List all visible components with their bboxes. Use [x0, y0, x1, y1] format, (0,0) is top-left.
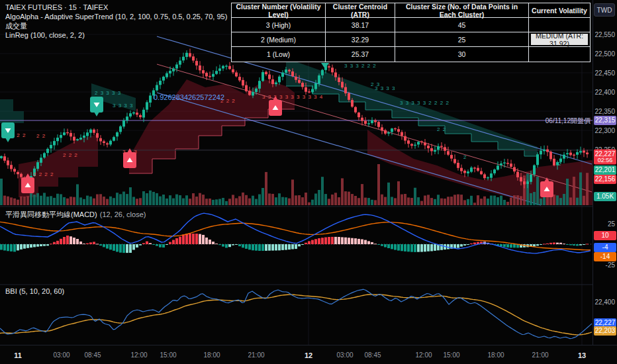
candle-body — [159, 81, 162, 85]
linreg-pearson-value: 0.9262834262572242 — [154, 93, 224, 101]
volume-bar — [129, 187, 132, 205]
macd-hist-bar — [179, 237, 181, 244]
macd-hist-bar — [122, 244, 125, 253]
candle-body — [142, 110, 145, 118]
macd-hist-bar — [199, 234, 201, 244]
macd-hist-bar — [394, 244, 397, 250]
candle-body — [79, 138, 82, 140]
candle-body — [185, 53, 188, 57]
macd-hist-bar — [209, 240, 211, 244]
table-row: 2 (Medium)32.2925MEDIUM (ATR: 31.92) — [232, 32, 590, 47]
candle-body — [540, 151, 542, 155]
candle-body — [470, 167, 473, 171]
macd-hist-bar — [202, 235, 205, 244]
candle-body — [384, 130, 387, 134]
volume-bar — [311, 200, 314, 205]
linreg-channel-line — [157, 93, 541, 205]
volume-bar — [520, 196, 522, 205]
candle-body — [331, 68, 334, 72]
candle-body — [536, 154, 539, 165]
legend-supertrend[interactable]: AlgoAlpha - Adaptive SuperTrend (10, 2, … — [5, 12, 227, 21]
candle-body — [467, 171, 469, 173]
macd-hist-bar — [314, 239, 317, 244]
volume-bar — [417, 197, 420, 205]
candle-body — [367, 123, 370, 124]
candle-body — [513, 167, 516, 172]
macd-hist-bar — [414, 244, 416, 252]
volume-bar — [573, 177, 575, 205]
volume-bar — [348, 192, 350, 205]
candle-body — [225, 66, 228, 66]
time-label: 18:00 — [203, 351, 220, 359]
macd-hist-bar — [559, 243, 562, 244]
candle-body — [83, 136, 85, 138]
volume-bar — [430, 198, 433, 205]
legend-volume[interactable]: 成交量 — [5, 21, 227, 30]
indicator-legend: TAIEX FUTURES · 15 · TAIFEX AlgoAlpha - … — [5, 3, 227, 40]
volume-bar — [487, 199, 489, 205]
macd-hist-bar — [13, 244, 16, 251]
candle-body — [506, 163, 509, 164]
candle-body — [516, 172, 519, 177]
macd-hist-bar — [576, 244, 579, 246]
macd-pane-title[interactable]: 平滑異同移動平均線(MACD)(12, 26, close) — [5, 210, 146, 220]
macd-hist-bar — [129, 244, 132, 253]
candle-body — [473, 167, 476, 168]
volume-bar — [76, 184, 79, 205]
volume-bar — [66, 199, 69, 205]
volume-bar — [463, 200, 466, 205]
candle-body — [569, 153, 572, 156]
candle-body — [175, 65, 178, 69]
volume-bar — [437, 195, 440, 205]
volume-bar — [510, 197, 512, 205]
volume-bar — [60, 194, 62, 205]
candle-body — [520, 177, 522, 182]
volume-bar — [113, 198, 115, 205]
candle-body — [563, 155, 565, 159]
volume-bar — [199, 193, 201, 205]
candle-body — [394, 128, 397, 129]
volume-bar — [205, 199, 208, 205]
macd-hist-bar — [268, 244, 271, 251]
currency-toggle-button[interactable]: TWD — [594, 3, 615, 17]
candle-body — [86, 132, 89, 136]
volume-bar — [103, 197, 105, 205]
volume-bar — [530, 193, 532, 205]
volume-bar — [179, 195, 181, 205]
candle-body — [245, 85, 248, 91]
candle-body — [43, 153, 46, 158]
macd-hist-bar — [583, 244, 585, 245]
macd-hist-bar — [225, 244, 228, 248]
macd-scale-tick: 25 — [608, 220, 615, 228]
table-cell: 25 — [395, 32, 529, 47]
volume-bar — [357, 198, 360, 205]
macd-hist-bar — [291, 244, 294, 250]
table-header-cell: Cluster Size (No. of Data Points in Each… — [395, 3, 529, 18]
time-label: 21:00 — [532, 351, 548, 359]
time-label: 15:00 — [160, 351, 176, 359]
macd-hist-bar — [407, 244, 410, 251]
macd-hist-bar — [245, 244, 248, 249]
candle-body — [401, 132, 403, 136]
legend-linreg[interactable]: LinReg (100, close, 2, 2) — [5, 30, 227, 40]
price-tick: 22,300 — [594, 127, 615, 134]
volume-bar — [440, 199, 443, 205]
candle-body — [314, 83, 317, 89]
bbi-average-line — [0, 295, 592, 335]
bbi-pane-title[interactable]: BBI (5, 10, 20, 60) — [5, 287, 64, 295]
candle-body — [20, 174, 23, 177]
time-axis[interactable]: 1103:0008:4512:0015:0018:0021:001203:000… — [0, 345, 617, 364]
volume-bar — [195, 197, 198, 205]
symbol-title[interactable]: TAIEX FUTURES · 15 · TAIFEX — [5, 3, 227, 12]
candle-body — [66, 132, 69, 133]
candle-body — [434, 150, 436, 152]
price-axis[interactable]: 22,55022,50022,45022,40022,35022,30022,2… — [593, 0, 617, 345]
macd-hist-bar — [417, 244, 420, 252]
macd-title: 平滑異同移動平均線(MACD) — [5, 210, 97, 218]
candle-body — [238, 77, 241, 80]
supertrend-signal-tag — [90, 97, 103, 116]
macd-hist-bar — [348, 238, 350, 244]
macd-hist-bar — [103, 244, 105, 247]
cluster-digit-run: 2 — [463, 154, 467, 160]
cluster-digit-run: 2 2 — [437, 126, 446, 132]
